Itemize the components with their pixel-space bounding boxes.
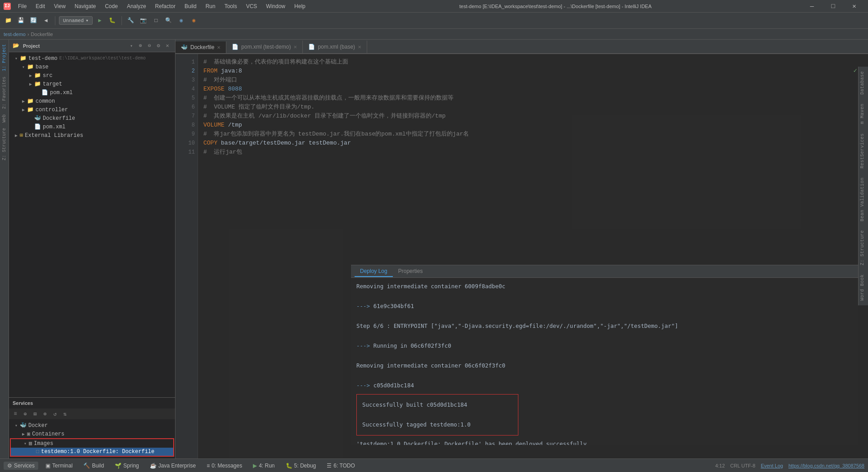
tree-item-src[interactable]: ▶ 📁 src bbox=[9, 71, 175, 80]
status-bar: ⚙ Services ▣ Terminal 🔨 Build 🌱 Spring ☕… bbox=[0, 458, 868, 472]
event-log-link[interactable]: Event Log bbox=[761, 463, 783, 468]
tab-deploy-log[interactable]: Deploy Log bbox=[355, 266, 393, 277]
status-tab-build[interactable]: 🔨 Build bbox=[80, 462, 108, 470]
status-right: 4:12 CRL UTF-8 Event Log https://blog.cs… bbox=[715, 463, 864, 468]
panel-title-arrow: ▾ bbox=[130, 43, 133, 49]
right-tab-database[interactable]: Database bbox=[859, 67, 868, 99]
tab-pom-base-close[interactable]: ✕ bbox=[358, 45, 361, 50]
services-btn-5[interactable]: ↺ bbox=[50, 409, 59, 418]
toolbar-icon1[interactable]: ◉ bbox=[176, 15, 187, 26]
minimize-button[interactable]: — bbox=[802, 0, 822, 13]
tab-properties[interactable]: Properties bbox=[393, 266, 428, 277]
panel-expand-btn[interactable]: ⊕ bbox=[136, 42, 144, 50]
left-tab-favorites[interactable]: 2: Favorites bbox=[1, 74, 8, 112]
right-tab-maven[interactable]: m Maven bbox=[859, 99, 868, 129]
status-tab-todo[interactable]: ☰ 6: TODO bbox=[323, 462, 359, 470]
blog-link[interactable]: https://blog.csdn.net/qq_38087568 bbox=[788, 463, 864, 468]
services-btn-4[interactable]: ⊗ bbox=[40, 409, 49, 418]
right-tab-bean[interactable]: Bean Validation bbox=[859, 173, 868, 226]
status-tab-terminal[interactable]: ▣ Terminal bbox=[42, 462, 76, 470]
tab-pom-base[interactable]: 📄 pom.xml (base) ✕ bbox=[303, 41, 367, 53]
toolbar-save[interactable]: 💾 bbox=[15, 15, 26, 26]
menu-tools[interactable]: Tools bbox=[221, 2, 241, 10]
services-btn-6[interactable]: ⇅ bbox=[60, 409, 69, 418]
status-tab-run[interactable]: ▶ 4: Run bbox=[249, 462, 278, 470]
toolbar-layout[interactable]: □ bbox=[151, 15, 162, 26]
status-tab-services[interactable]: ⚙ Services bbox=[4, 462, 38, 470]
tree-item-controller[interactable]: ▶ 📁 controller bbox=[9, 105, 175, 114]
todo-icon: ☰ bbox=[327, 463, 332, 469]
tree-item-pom1[interactable]: 📄 pom.xml bbox=[9, 88, 175, 97]
toolbar-search[interactable]: 🔍 bbox=[163, 15, 174, 26]
tree-item-dockerfile[interactable]: 🐳 Dockerfile bbox=[9, 114, 175, 123]
status-tab-debug[interactable]: 🐛 5: Debug bbox=[282, 462, 320, 470]
menu-file[interactable]: File bbox=[14, 2, 30, 10]
toolbar-camera[interactable]: 📷 bbox=[138, 15, 149, 26]
docker-icon-file: 🐳 bbox=[34, 115, 41, 122]
toolbar-open[interactable]: 📁 bbox=[3, 15, 13, 26]
status-tab-spring[interactable]: 🌱 Spring bbox=[111, 462, 143, 470]
menu-navigate[interactable]: Navigate bbox=[71, 2, 99, 10]
left-tab-project[interactable]: 1: Project bbox=[1, 41, 8, 74]
maximize-button[interactable]: □ bbox=[823, 0, 843, 13]
right-tab-wordbook[interactable]: Word Book bbox=[859, 270, 868, 305]
menu-run[interactable]: Run bbox=[202, 2, 219, 10]
services-containers[interactable]: ▶ ▣ Containers bbox=[9, 430, 175, 438]
left-tab-web[interactable]: Web bbox=[1, 112, 8, 125]
menu-analyze[interactable]: Analyze bbox=[123, 2, 150, 10]
tree-item-common[interactable]: ▶ 📁 common bbox=[9, 97, 175, 105]
log-line-10 bbox=[356, 371, 853, 381]
tree-arrow-base: ▾ bbox=[20, 64, 27, 70]
services-docker[interactable]: ▾ 🐳 Docker bbox=[9, 421, 175, 430]
toolbar-tools[interactable]: 🔧 bbox=[126, 15, 136, 26]
menu-view[interactable]: View bbox=[50, 2, 69, 10]
services-images[interactable]: ▾ ▦ Images bbox=[11, 439, 173, 448]
tree-label-pom1: pom.xml bbox=[50, 90, 72, 96]
run-button[interactable]: ▶ bbox=[94, 15, 105, 26]
panel-close-btn[interactable]: ✕ bbox=[163, 42, 171, 50]
log-content[interactable]: Removing intermediate container 6009f8ad… bbox=[351, 278, 858, 445]
line-num-9: 9 bbox=[175, 130, 195, 139]
configuration-dropdown[interactable]: Unnamed ▾ bbox=[59, 16, 93, 25]
tab-dockerfile-label: Dockerfile bbox=[190, 44, 214, 50]
menu-code[interactable]: Code bbox=[101, 2, 121, 10]
debug-button[interactable]: 🐛 bbox=[107, 15, 118, 26]
close-button[interactable]: ✕ bbox=[844, 0, 864, 13]
menu-build[interactable]: Build bbox=[181, 2, 200, 10]
tab-pom-test-close[interactable]: ✕ bbox=[293, 45, 297, 50]
folder-icon-target: 📁 bbox=[34, 81, 41, 87]
containers-expand-icon: ▶ bbox=[20, 431, 27, 437]
menu-help[interactable]: Help bbox=[291, 2, 309, 10]
services-testdemo-image[interactable]: □ testdemo:1.0 Dockerfile: Dockerfile bbox=[11, 448, 173, 456]
toolbar-icon2[interactable]: ◉ bbox=[189, 15, 199, 26]
tab-dockerfile-close[interactable]: ✕ bbox=[217, 45, 220, 50]
bottom-tab-bar: Deploy Log Properties bbox=[351, 265, 858, 278]
menu-refactor[interactable]: Refactor bbox=[152, 2, 179, 10]
panel-collapse-btn[interactable]: ⊖ bbox=[145, 42, 153, 50]
tree-item-pom2[interactable]: 📄 pom.xml bbox=[9, 123, 175, 131]
tab-pom-test[interactable]: 📄 pom.xml (test-demo) ✕ bbox=[226, 41, 303, 53]
tree-root-path: E:\IDEA_workspace\test\test-demo bbox=[59, 56, 146, 61]
services-btn-1[interactable]: ≡ bbox=[11, 409, 20, 418]
breadcrumb-project[interactable]: test-demo bbox=[4, 32, 26, 37]
left-tab-structure[interactable]: Z: Structure bbox=[1, 125, 8, 163]
right-tab-structure[interactable]: Z: Structure bbox=[859, 226, 868, 270]
folder-icon-root: 📁 bbox=[20, 55, 27, 62]
services-btn-3[interactable]: ⊞ bbox=[31, 409, 40, 418]
toolbar-refresh[interactable]: 🔄 bbox=[28, 15, 39, 26]
tree-root[interactable]: ▾ 📁 test-demo E:\IDEA_workspace\test\tes… bbox=[9, 54, 175, 63]
menu-vcs[interactable]: VCS bbox=[243, 2, 261, 10]
tab-dockerfile[interactable]: 🐳 Dockerfile ✕ bbox=[175, 41, 226, 54]
status-tab-javaee[interactable]: ☕ Java Enterprise bbox=[146, 462, 199, 470]
tree-item-external[interactable]: ▶ ⊞ External Libraries bbox=[9, 131, 175, 140]
panel-settings-btn[interactable]: ⚙ bbox=[154, 42, 162, 50]
tree-item-base[interactable]: ▾ 📁 base bbox=[9, 63, 175, 71]
menu-window[interactable]: Window bbox=[262, 2, 289, 10]
menu-edit[interactable]: Edit bbox=[32, 2, 49, 10]
status-tab-messages[interactable]: ≡ 0: Messages bbox=[203, 462, 246, 470]
services-status-label: Services bbox=[14, 463, 35, 469]
right-tab-rest[interactable]: RestServices bbox=[859, 129, 868, 173]
services-btn-2[interactable]: ⊕ bbox=[21, 409, 30, 418]
tree-item-target[interactable]: ▶ 📁 target bbox=[9, 80, 175, 88]
toolbar-back[interactable]: ◀ bbox=[40, 15, 51, 26]
